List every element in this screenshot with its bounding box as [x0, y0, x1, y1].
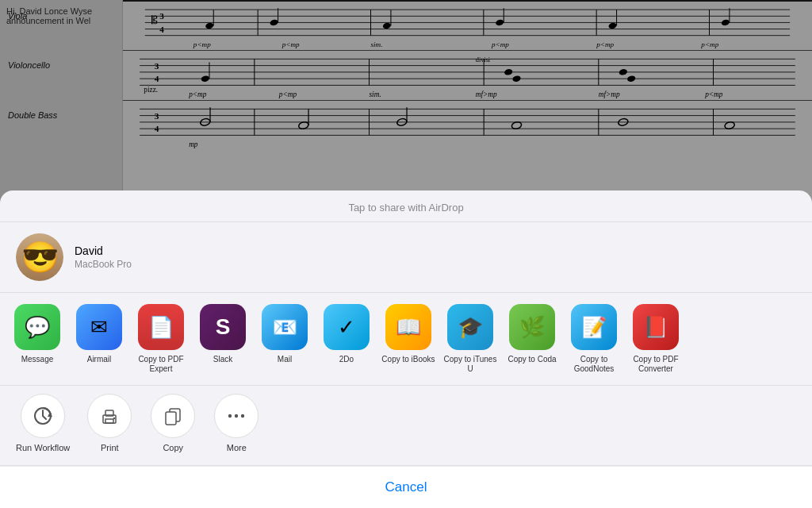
app-label-pdf-expert: Copy to PDF Expert [134, 355, 188, 374]
app-item-coda[interactable]: 🌿Copy to Coda [504, 304, 560, 374]
action-icon-copy [151, 394, 195, 438]
action-item-print[interactable]: Print [86, 394, 133, 452]
svg-point-84 [113, 418, 115, 419]
cancel-button[interactable]: Cancel [13, 479, 799, 495]
app-label-2do: 2Do [339, 355, 354, 364]
app-item-itunes-u[interactable]: 🎓Copy to iTunes U [442, 304, 498, 374]
app-item-message[interactable]: 💬Message [10, 304, 65, 374]
app-item-mail[interactable]: 📧Mail [257, 304, 312, 374]
app-label-message: Message [21, 355, 54, 364]
app-icon-itunes-u: 🎓 [447, 304, 493, 350]
action-item-copy[interactable]: Copy [149, 394, 197, 452]
app-icon-pdf-expert: 📄 [138, 304, 184, 350]
svg-point-88 [235, 414, 238, 418]
avatar-image [16, 233, 63, 281]
app-label-mail: Mail [278, 355, 292, 364]
contact-avatar [16, 233, 63, 281]
app-item-pdf-converter[interactable]: 📕Copy to PDF Converter [628, 304, 684, 374]
app-item-2do[interactable]: ✓2Do [319, 304, 374, 374]
action-icon-workflow [21, 394, 65, 438]
action-item-more[interactable]: More [213, 394, 260, 452]
contact-device: MacBook Pro [75, 259, 132, 270]
app-label-goodnotes: Copy to GoodNotes [567, 355, 621, 374]
action-icon-more [214, 394, 259, 438]
actions-row: Run WorkflowPrintCopyMore [0, 386, 812, 466]
app-icon-slack: S [200, 304, 246, 350]
app-label-pdf-converter: Copy to PDF Converter [629, 355, 683, 374]
action-label-workflow: Run Workflow [16, 443, 70, 452]
app-icon-airmail: ✉ [76, 304, 122, 350]
action-label-print: Print [101, 443, 119, 452]
app-item-airmail[interactable]: ✉Airmail [71, 304, 127, 374]
app-icon-pdf-converter: 📕 [633, 304, 679, 350]
app-icon-message: 💬 [14, 304, 60, 350]
apps-row: 💬Message✉Airmail📄Copy to PDF ExpertSSlac… [0, 293, 812, 386]
app-icon-goodnotes: 📝 [571, 304, 617, 350]
action-label-copy: Copy [163, 443, 183, 452]
svg-marker-80 [48, 412, 52, 417]
app-icon-coda: 🌿 [509, 304, 555, 350]
cancel-bar: Cancel [0, 466, 812, 508]
action-label-more: More [227, 443, 247, 452]
app-label-airmail: Airmail [87, 355, 112, 364]
app-label-slack: Slack [213, 355, 232, 364]
app-icon-mail: 📧 [262, 304, 308, 350]
app-label-ibooks: Copy to iBooks [381, 355, 435, 364]
svg-point-89 [241, 414, 244, 418]
svg-point-87 [228, 414, 232, 418]
app-item-slack[interactable]: SSlack [195, 304, 251, 374]
app-item-ibooks[interactable]: 📖Copy to iBooks [381, 304, 436, 374]
app-label-coda: Copy to Coda [508, 355, 556, 364]
contact-info: David MacBook Pro [75, 244, 132, 270]
app-item-pdf-expert[interactable]: 📄Copy to PDF Expert [133, 304, 189, 374]
app-icon-2do: ✓ [324, 304, 370, 350]
app-item-goodnotes[interactable]: 📝Copy to GoodNotes [566, 304, 622, 374]
action-item-workflow[interactable]: Run Workflow [16, 394, 70, 452]
action-icon-print [87, 394, 132, 438]
contact-name: David [75, 244, 132, 257]
app-icon-ibooks: 📖 [385, 304, 431, 350]
app-label-itunes-u: Copy to iTunes U [443, 355, 497, 374]
airdrop-contact-section[interactable]: David MacBook Pro [0, 222, 812, 293]
airdrop-label: Tap to share with AirDrop [348, 202, 463, 214]
svg-rect-86 [166, 412, 176, 425]
airdrop-header: Tap to share with AirDrop [0, 190, 812, 222]
share-sheet: Tap to share with AirDrop David MacBook … [0, 190, 812, 508]
svg-rect-83 [105, 419, 113, 423]
